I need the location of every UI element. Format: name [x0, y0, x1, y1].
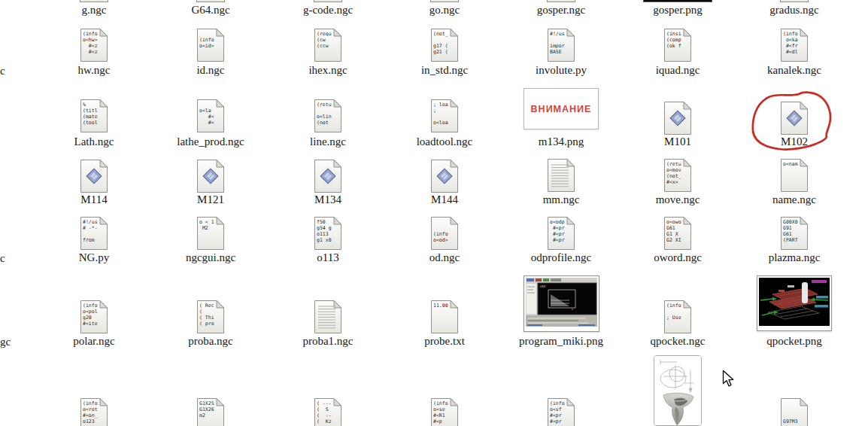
file-label[interactable]: name.ngc	[736, 193, 852, 205]
code-file-icon[interactable]: (infoo<sf#<pr#<pr	[547, 397, 575, 426]
icon-preview-line: o123	[83, 418, 108, 424]
file-label[interactable]: move.ngc	[620, 193, 736, 205]
code-file-icon[interactable]: f50g54 go113g1 x0	[314, 216, 342, 251]
code-file-icon[interactable]: (not_ g17 (g21 (	[430, 28, 459, 62]
cut-file-icon[interactable]	[80, 0, 108, 2]
code-file-icon[interactable]: o<la #< #<	[196, 99, 225, 133]
image-thumbnail-3d[interactable]	[757, 275, 832, 331]
file-label[interactable]: go.ngc	[387, 4, 502, 16]
file-label[interactable]: o113	[270, 251, 386, 263]
code-file-icon[interactable]: (infoo<od>	[430, 216, 459, 251]
file-label[interactable]: od.ngc	[387, 251, 502, 263]
code-file-icon[interactable]: (info o<ka #<fr #<dl	[780, 28, 809, 62]
file-label[interactable]: loadtool.ngc	[387, 135, 502, 148]
diamond-file-icon[interactable]	[80, 159, 108, 193]
file-label[interactable]: lathe_prod.ngc	[153, 135, 269, 148]
file-label[interactable]: NG.py	[36, 251, 152, 263]
cut-file-icon[interactable]	[196, 0, 225, 2]
code-file-icon[interactable]: (infoo<rot#<on_o123	[80, 397, 108, 426]
icon-preview-line: (info	[83, 303, 108, 309]
diamond-file-icon[interactable]	[663, 101, 692, 135]
code-file-icon[interactable]: (info ; Use	[663, 300, 692, 334]
code-file-icon[interactable]: ; loa; o<loa	[430, 99, 459, 133]
cut-file-icon[interactable]	[780, 0, 809, 2]
file-label[interactable]: id.ngc	[153, 64, 269, 76]
file-label[interactable]: Lath.ngc	[36, 135, 152, 148]
file-label[interactable]: program_miki.png	[503, 335, 619, 347]
file-label[interactable]: gosper.png	[620, 4, 736, 16]
icon-preview-line: o<odp	[550, 219, 575, 225]
file-label[interactable]: gradus.ngc	[736, 4, 852, 16]
code-file-icon[interactable]: o < 1 M2	[196, 216, 225, 251]
code-file-icon[interactable]: (infoo<se#<R1#<p	[430, 397, 459, 426]
file-label[interactable]: M114	[36, 193, 152, 205]
file-label[interactable]: m134.png	[503, 135, 619, 148]
text-file-icon[interactable]	[547, 158, 575, 193]
code-file-icon[interactable]: o<owoG61G1 XG2 XI	[663, 216, 692, 251]
file-label[interactable]: mm.ngc	[503, 193, 619, 205]
icon-preview-line: o<lin	[317, 114, 341, 120]
file-label[interactable]: M144	[387, 193, 502, 205]
cut-file-icon[interactable]	[643, 0, 712, 2]
text-file-icon[interactable]	[314, 300, 342, 334]
file-label[interactable]: M102	[736, 135, 852, 148]
icon-preview-line	[199, 31, 224, 37]
code-file-icon[interactable]: (requ(cw(ccw	[314, 28, 342, 62]
code-file-icon[interactable]: %(titl(mate(tool	[80, 99, 108, 133]
image-thumbnail-screenshot[interactable]: G54	[524, 275, 599, 332]
file-label[interactable]: qpocket.png	[736, 335, 852, 347]
icon-preview-line: o<mov	[666, 167, 691, 173]
file-label[interactable]: probe.txt	[387, 335, 502, 347]
code-file-icon[interactable]: (infoo<polg20#<ite	[80, 300, 108, 334]
diamond-file-icon[interactable]	[780, 101, 809, 135]
code-file-icon[interactable]: G97M3	[780, 397, 809, 426]
file-label[interactable]: odprofile.ngc	[503, 251, 619, 263]
cut-file-icon[interactable]	[430, 0, 459, 2]
cut-file-icon[interactable]	[547, 0, 575, 2]
icon-preview-line: o<ka	[783, 37, 808, 43]
code-file-icon[interactable]: o<nam	[780, 158, 809, 193]
code-file-icon[interactable]: o<odp #<pr #<pr #<pr	[547, 216, 575, 251]
image-thumbnail-drawing[interactable]	[654, 355, 702, 426]
code-file-icon[interactable]: #!/us# -*- from	[80, 216, 108, 251]
image-thumbnail-warning[interactable]: ВНИМАНИЕ	[524, 88, 599, 129]
file-label[interactable]: involute.py	[503, 64, 619, 76]
file-label[interactable]: qpocket.ngc	[620, 335, 736, 347]
file-label[interactable]: proba1.ngc	[270, 335, 386, 347]
file-label[interactable]: kanalek.ngc	[736, 64, 852, 76]
file-label[interactable]: polar.ngc	[36, 335, 152, 347]
file-label[interactable]: oword.ngc	[620, 251, 736, 263]
diamond-file-icon[interactable]	[196, 159, 225, 193]
file-label[interactable]: iquad.ngc	[620, 64, 736, 76]
icon-preview-line: ( S	[317, 406, 341, 412]
code-file-icon[interactable]: (retu o<lin(not	[314, 99, 342, 133]
code-file-icon[interactable]: (retuo<mov(not_#<x>	[663, 158, 692, 193]
file-label[interactable]: hw.ngc	[36, 64, 152, 76]
code-file-icon[interactable]: (infoo<hw> #<z #<z	[80, 28, 108, 62]
code-file-icon[interactable]: 11.00	[430, 300, 459, 334]
code-file-icon[interactable]: (infoo<id>	[196, 28, 225, 62]
file-label[interactable]: plazma.ngc	[736, 251, 852, 263]
code-file-icon[interactable]: (insi(comp(ok f	[663, 28, 692, 62]
diamond-file-icon[interactable]	[430, 159, 459, 193]
file-label[interactable]: ihex.ngc	[270, 64, 386, 76]
file-label[interactable]: g-code.ngc	[270, 4, 386, 16]
code-file-icon[interactable]: G00X0G91G61(PART	[780, 216, 809, 251]
diamond-file-icon[interactable]	[314, 159, 342, 193]
code-file-icon[interactable]: ( ---( S( --( Kz	[314, 397, 342, 426]
file-label[interactable]: proba.ngc	[153, 335, 269, 347]
file-label[interactable]: M121	[153, 193, 269, 205]
code-file-icon[interactable]: ( Rec(( Thi( pro	[196, 300, 225, 334]
file-label[interactable]: line.ngc	[270, 135, 386, 148]
file-label[interactable]: M134	[270, 193, 386, 205]
file-label[interactable]: G64.ngc	[153, 4, 269, 16]
code-file-icon[interactable]: #!/us imporBASE	[547, 28, 575, 62]
file-label[interactable]: in_std.ngc	[387, 64, 502, 76]
file-label[interactable]: ngcgui.ngc	[153, 251, 269, 263]
code-file-icon[interactable]: G1X25G1X26m2	[196, 397, 225, 426]
cut-file-icon[interactable]	[314, 0, 342, 2]
icon-preview-line: from	[83, 237, 108, 243]
file-label[interactable]: gosper.ngc	[503, 4, 619, 16]
file-label[interactable]: M101	[620, 135, 736, 148]
file-label[interactable]: g.ngc	[36, 4, 152, 16]
